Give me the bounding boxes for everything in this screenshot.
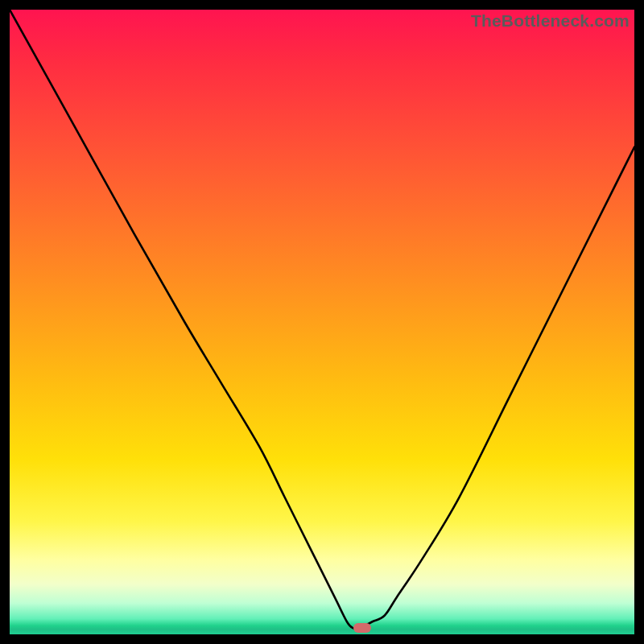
bottleneck-curve	[10, 10, 634, 634]
chart-frame: TheBottleneck.com	[0, 0, 644, 644]
optimal-point-marker	[353, 623, 371, 633]
plot-area: TheBottleneck.com	[10, 10, 634, 634]
watermark-text: TheBottleneck.com	[471, 10, 630, 32]
